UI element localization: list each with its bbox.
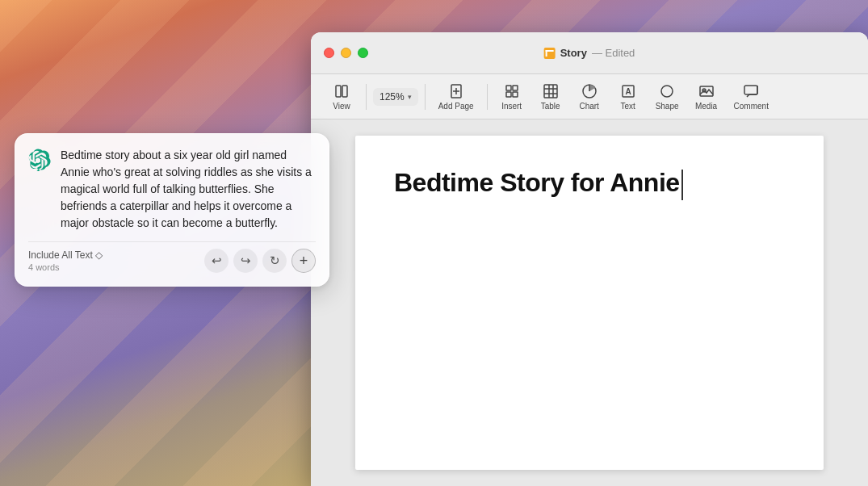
view-label: View (333, 102, 350, 111)
text-button[interactable]: A Text (610, 79, 646, 114)
add-page-icon (447, 82, 465, 100)
svg-rect-5 (506, 86, 511, 90)
document-title: Bedtime Story for Annie (394, 168, 785, 200)
text-cursor (681, 170, 683, 200)
chart-icon (581, 82, 598, 100)
svg-text:A: A (625, 87, 631, 96)
document-page[interactable]: Bedtime Story for Annie (355, 136, 824, 470)
popup-footer-left: Include All Text ◇ 4 words (28, 249, 103, 272)
traffic-lights (324, 48, 368, 58)
popup-footer: Include All Text ◇ 4 words ↩ ↪ ↻ + (28, 241, 316, 273)
add-page-button[interactable]: Add Page (432, 79, 480, 114)
insert-label: Insert (501, 102, 522, 111)
media-icon (698, 82, 715, 100)
view-icon (333, 82, 350, 100)
chatgpt-icon (28, 149, 51, 171)
text-icon: A (619, 82, 637, 100)
document-edited-status: — Edited (592, 47, 635, 59)
word-count-label: 4 words (28, 262, 103, 272)
svg-rect-1 (342, 86, 347, 97)
table-icon (542, 82, 560, 100)
svg-rect-6 (513, 86, 518, 90)
insert-button[interactable]: Insert (494, 79, 530, 114)
popup-actions: ↩ ↪ ↻ + (204, 249, 316, 273)
document-area[interactable]: Bedtime Story for Annie (311, 119, 868, 486)
toolbar: View 125% ▾ Add Page (311, 74, 868, 119)
redo-button[interactable]: ↪ (233, 249, 258, 273)
window-title: Story — Edited (544, 47, 635, 59)
document-name: Story (560, 47, 587, 59)
refresh-button[interactable]: ↻ (262, 249, 287, 273)
toolbar-divider-2 (425, 84, 426, 110)
svg-rect-7 (506, 92, 511, 97)
view-button[interactable]: View (324, 79, 359, 114)
text-label: Text (620, 102, 635, 111)
maximize-button[interactable] (358, 48, 368, 58)
comment-icon (742, 82, 760, 100)
svg-rect-9 (544, 85, 557, 98)
svg-point-18 (661, 86, 673, 97)
media-label: Media (695, 102, 717, 111)
add-page-label: Add Page (438, 102, 474, 111)
shape-label: Shape (656, 102, 679, 111)
chatgpt-popup: Bedtime story about a six year old girl … (15, 133, 329, 287)
toolbar-divider-3 (487, 84, 488, 110)
pages-window: Story — Edited View 125% ▾ (311, 32, 868, 486)
zoom-chevron-icon: ▾ (408, 93, 412, 101)
comment-button[interactable]: Comment (728, 79, 775, 114)
svg-rect-21 (744, 86, 757, 94)
shape-icon (658, 82, 676, 100)
chart-label: Chart (579, 102, 598, 111)
zoom-value: 125% (379, 91, 405, 103)
title-bar: Story — Edited (311, 32, 868, 74)
toolbar-divider-1 (366, 84, 367, 110)
prompt-text: Bedtime story about a six year old girl … (61, 147, 316, 232)
table-button[interactable]: Table (533, 79, 568, 114)
plus-button[interactable]: + (291, 249, 316, 273)
zoom-control[interactable]: 125% ▾ (373, 88, 418, 106)
undo-button[interactable]: ↩ (204, 249, 229, 273)
minimize-button[interactable] (341, 48, 351, 58)
table-label: Table (541, 102, 560, 111)
close-button[interactable] (324, 48, 334, 58)
popup-body: Bedtime story about a six year old girl … (28, 147, 316, 232)
svg-rect-0 (336, 86, 341, 97)
document-icon (544, 48, 556, 59)
chart-button[interactable]: Chart (572, 79, 607, 114)
include-text-label[interactable]: Include All Text ◇ (28, 249, 103, 261)
insert-icon (503, 82, 521, 100)
media-button[interactable]: Media (689, 79, 724, 114)
svg-rect-8 (513, 92, 518, 97)
comment-label: Comment (734, 102, 769, 111)
shape-button[interactable]: Shape (649, 79, 686, 114)
